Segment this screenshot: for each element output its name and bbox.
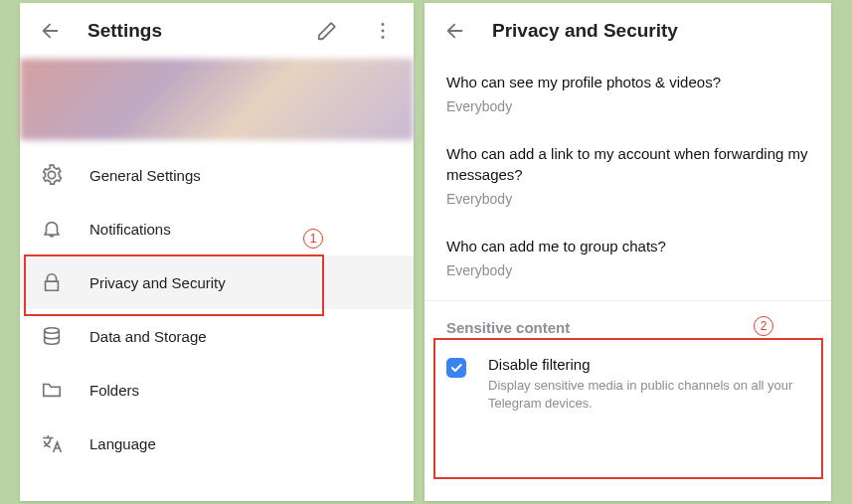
privacy-row-value: Everybody [446,191,809,207]
svg-point-0 [382,23,385,26]
sidebar-item-folders[interactable]: Folders [20,363,414,417]
language-icon [40,431,64,455]
database-icon [40,324,64,348]
disable-filtering-checkbox[interactable] [446,358,466,378]
privacy-panel: Privacy and Security Who can see my prof… [425,3,831,501]
sidebar-item-language[interactable]: Language [20,417,414,470]
privacy-header: Privacy and Security [425,3,831,59]
sidebar-item-general[interactable]: General Settings [20,148,414,202]
bell-icon [40,217,64,241]
privacy-row-label: Who can add me to group chats? [446,237,809,256]
folder-icon [40,378,64,402]
privacy-title: Privacy and Security [492,20,819,42]
settings-menu: General Settings Notifications Privacy a… [20,140,414,470]
more-button[interactable] [364,12,402,50]
back-button[interactable] [32,12,70,50]
more-vertical-icon [372,20,394,42]
disable-filtering-label: Disable filtering [488,356,809,373]
check-icon [449,361,463,375]
privacy-row-forwarding[interactable]: Who can add a link to my account when fo… [425,130,831,223]
privacy-row-groups[interactable]: Who can add me to group chats? Everybody [425,223,831,294]
privacy-row-photos[interactable]: Who can see my profile photos & videos? … [425,59,831,130]
privacy-row-value: Everybody [446,262,809,278]
gear-icon [40,163,64,187]
sidebar-item-label: General Settings [89,167,201,184]
privacy-row-label: Who can add a link to my account when fo… [446,144,809,185]
settings-title: Settings [87,20,290,42]
sidebar-item-label: Language [89,435,156,452]
sidebar-item-notifications[interactable]: Notifications [20,202,414,255]
privacy-row-value: Everybody [446,98,809,114]
settings-header: Settings [20,3,414,59]
annotation-badge-2: 2 [754,316,773,336]
sidebar-item-privacy[interactable]: Privacy and Security [20,255,414,309]
svg-point-2 [382,36,385,39]
arrow-left-icon [40,20,62,42]
edit-button[interactable] [308,12,346,50]
disable-filtering-text: Disable filtering Display sensitive medi… [488,356,809,412]
annotation-badge-1: 1 [303,229,323,249]
sidebar-item-label: Folders [89,382,139,399]
back-button[interactable] [436,12,474,50]
profile-banner[interactable] [20,59,414,140]
arrow-left-icon [444,20,466,42]
disable-filtering-row[interactable]: Disable filtering Display sensitive medi… [425,346,831,427]
settings-panel: Settings General Settings Notifications … [20,3,414,501]
sidebar-item-label: Data and Storage [89,328,207,345]
sidebar-item-label: Privacy and Security [89,274,226,291]
svg-point-1 [382,30,385,33]
privacy-row-label: Who can see my profile photos & videos? [446,73,809,92]
sidebar-item-data[interactable]: Data and Storage [20,309,414,363]
pencil-icon [316,20,338,42]
lock-icon [40,270,64,294]
sidebar-item-label: Notifications [89,221,171,238]
disable-filtering-desc: Display sensitive media in public channe… [488,377,809,412]
